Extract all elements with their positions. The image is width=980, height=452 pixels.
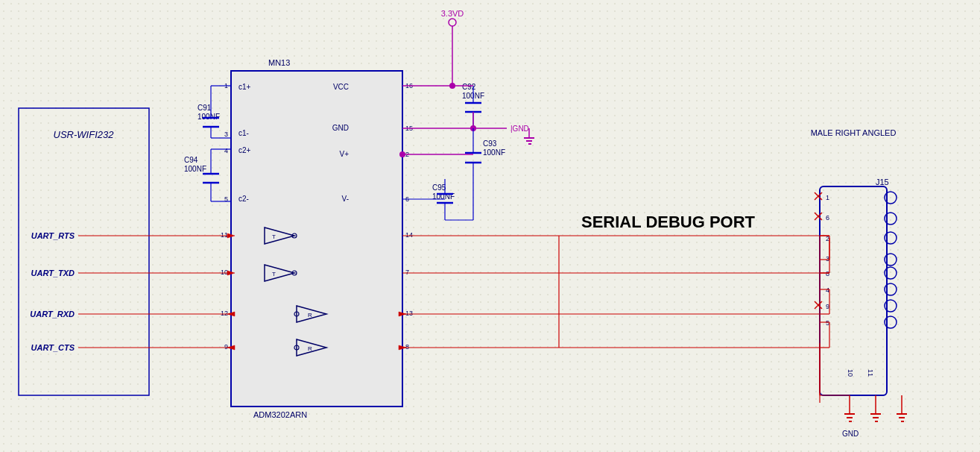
gnd-bottom-1: GND [842,430,859,438]
conn-pin4-num: 4 [826,286,829,294]
pin-c1minus: c1- [238,129,249,137]
pin-c1plus: c1+ [238,83,251,91]
cap-c94-ref: C94 [184,156,198,164]
svg-rect-2 [0,0,980,452]
schematic-canvas: USR-WIFI232 UART_RTS UART_TXD UART_RXD U… [0,0,980,452]
svg-point-54 [399,151,405,157]
cap-c93-ref: C93 [483,139,497,148]
pinnum-12: 12 [221,310,228,317]
conn-pin8-num: 8 [826,270,829,277]
cap-c91-val: 100NF [197,113,220,121]
connector-label: MALE RIGHT ANGLED [811,128,897,137]
connector-ref: J15 [876,178,889,186]
buffer-t1-label: T [272,233,276,240]
pin-c2minus: c2- [238,195,249,203]
conn-pin10-label: 10 [847,369,854,377]
debug-port-label: SERIAL DEBUG PORT [581,213,756,231]
conn-pin11-label: 11 [867,369,874,377]
conn-pin9-num: 9 [826,303,829,310]
cap-c94-val: 100NF [184,165,206,173]
net-uart-cts: UART_CTS [31,343,75,352]
net-uart-rxd: UART_RXD [30,310,75,318]
pinnum-10: 10 [221,269,228,276]
net-uart-rts: UART_RTS [31,231,75,240]
conn-pin1-num: 1 [826,194,829,201]
cap-c91-ref: C91 [197,104,212,112]
net-uart-txd: UART_TXD [31,269,75,277]
buffer-t2-label: T [272,271,276,277]
ic-ref-label: MN13 [268,58,290,67]
cap-c92-ref: C92 [462,83,476,91]
pinnum-8: 8 [405,343,409,351]
pinnum-4: 4 [224,147,228,154]
pinnum-13: 13 [405,310,413,317]
power-3v3: 3.3VD [441,9,464,18]
pinnum-11: 11 [221,231,228,239]
pin-vcc: VCC [333,83,349,91]
pin-vplus: V+ [339,150,349,158]
pin-c2plus: c2+ [238,146,251,154]
pinnum-14: 14 [405,231,413,239]
pinnum-9: 9 [224,343,228,351]
pin-gnd-ic: GND [332,124,349,132]
conn-pin5-num: 5 [826,319,829,327]
ic-bottom-label: ADM3202ARN [253,410,307,419]
conn-pin3-num: 3 [826,255,829,263]
cap-c93-val: 100NF [483,148,505,157]
pinnum-7: 7 [405,269,409,276]
svg-rect-8 [231,71,402,407]
conn-pin6-num: 6 [826,214,829,222]
receiver-r1-label: R [308,312,312,318]
wifi-module-label: USR-WIFI232 [54,129,115,140]
receiver-r2-label: R [308,345,312,352]
pinnum-3: 3 [224,131,228,138]
pin-vminus: V- [342,195,349,203]
cap-c95-ref: C95 [432,183,446,192]
gnd-right-label: |GND [510,125,529,133]
